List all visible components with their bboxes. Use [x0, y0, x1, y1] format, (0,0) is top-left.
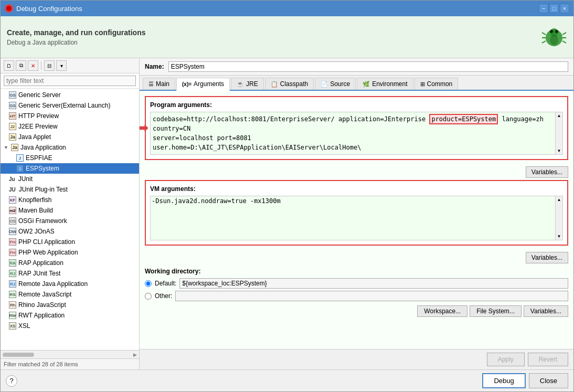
rap-junit-icon: RJ: [9, 270, 16, 277]
vm-scroll-down: ▼: [557, 234, 561, 239]
filter-button[interactable]: ▾: [56, 60, 67, 71]
maximize-button[interactable]: □: [549, 4, 559, 13]
program-args-label: Program arguments:: [150, 101, 563, 109]
svg-point-9: [550, 30, 553, 33]
sidebar-item-maven[interactable]: m2 Maven Build: [1, 205, 139, 216]
tab-classpath[interactable]: 📋 Classpath: [265, 78, 314, 90]
default-radio[interactable]: [145, 280, 152, 287]
textarea-scrollbar[interactable]: ▲ ▼: [555, 112, 562, 154]
common-tab-icon: ⊞: [420, 81, 425, 88]
scroll-down-arrow: ▼: [557, 149, 561, 153]
name-label: Name:: [145, 63, 164, 70]
bug-icon: [541, 23, 567, 51]
sidebar-list: GS Generic Server GS Generic Server(Exte…: [1, 89, 139, 350]
sidebar-item-espfiae[interactable]: J ESPFIAE: [1, 153, 139, 163]
default-radio-label: Default:: [155, 280, 176, 287]
sidebar-item-espsystem[interactable]: J ESPSystem: [1, 163, 139, 174]
sidebar-item-knopflerfish[interactable]: KF Knopflerfish: [1, 195, 139, 205]
tab-classpath-label: Classpath: [280, 80, 308, 88]
sidebar-item-http-preview[interactable]: HT HTTP Preview: [1, 111, 139, 121]
help-button[interactable]: ?: [6, 375, 17, 387]
minimize-button[interactable]: −: [539, 4, 548, 13]
sidebar-item-rap-application[interactable]: RA RAP Application: [1, 258, 139, 268]
svg-line-5: [542, 41, 546, 43]
tab-jre[interactable]: ☕ JRE: [231, 78, 264, 90]
sidebar: 🗋 ⧉ ✕ ⊟ ▾ GS Generic Server GS Generi: [1, 58, 140, 369]
xsl-icon: XS: [9, 322, 16, 330]
tab-main[interactable]: ☰ Main: [143, 78, 175, 90]
classpath-tab-icon: 📋: [271, 81, 278, 88]
sidebar-item-generic-server[interactable]: GS Generic Server: [1, 90, 139, 100]
sidebar-item-junit-plugin[interactable]: JU JUnit Plug-in Test: [1, 184, 139, 195]
java-applet-icon: Ja: [9, 133, 16, 141]
debug-button[interactable]: Debug: [482, 373, 525, 388]
sidebar-item-remote-js[interactable]: RS Remote JavaScript: [1, 289, 139, 300]
program-args-section: ➡ Program arguments: codebase=http://loc…: [145, 96, 568, 160]
tab-environment-label: Environment: [372, 80, 407, 88]
sidebar-item-label: RAP Application: [18, 259, 63, 267]
sidebar-toolbar: 🗋 ⧉ ✕ ⊟ ▾: [1, 58, 139, 73]
other-radio[interactable]: [145, 293, 152, 300]
sidebar-item-label: PHP CLI Application: [18, 238, 75, 246]
sidebar-item-label: PHP Web Application: [18, 249, 78, 256]
tab-arguments[interactable]: (x)= Arguments: [176, 78, 230, 91]
sidebar-item-rhino[interactable]: Rh Rhino JavaScript: [1, 300, 139, 310]
tab-common[interactable]: ⊞ Common: [414, 78, 459, 90]
close-button[interactable]: ×: [560, 4, 569, 13]
php-cli-icon: PH: [9, 238, 16, 246]
sidebar-item-junit[interactable]: Ju JUnit: [1, 174, 139, 184]
revert-button[interactable]: Revert: [528, 353, 568, 366]
scroll-right-arrow[interactable]: ▶: [133, 352, 137, 357]
sidebar-item-rwt[interactable]: RW RWT Application: [1, 310, 139, 321]
dialog-action-buttons: Debug Close: [482, 373, 568, 388]
delete-config-button[interactable]: ✕: [28, 60, 38, 71]
name-input[interactable]: [168, 61, 568, 72]
sidebar-item-xsl[interactable]: XS XSL: [1, 321, 139, 331]
search-input[interactable]: [4, 76, 136, 86]
window-title: Debug Configurations: [16, 5, 82, 13]
tabs-bar: ☰ Main (x)= Arguments ☕ JRE 📋 Classpath …: [140, 76, 573, 91]
sidebar-item-java-application-group[interactable]: ▼ Ja Java Application: [1, 142, 139, 153]
sidebar-item-java-applet[interactable]: Ja Java Applet: [1, 132, 139, 142]
new-config-button[interactable]: 🗋: [4, 60, 14, 71]
source-tab-icon: 📄: [321, 81, 328, 88]
sidebar-scrollbar[interactable]: ▶: [1, 350, 139, 358]
program-args-variables-button[interactable]: Variables...: [526, 166, 568, 178]
tab-common-label: Common: [427, 80, 453, 88]
duplicate-config-button[interactable]: ⧉: [16, 60, 26, 71]
sidebar-item-generic-server-ext[interactable]: GS Generic Server(External Launch): [1, 100, 139, 111]
espsystem-icon: J: [16, 165, 24, 172]
sidebar-item-rap-junit[interactable]: RJ RAP JUnit Test: [1, 268, 139, 279]
vm-scrollbar[interactable]: ▲ ▼: [555, 196, 562, 240]
directory-buttons: Workspace... File System... Variables...: [145, 305, 568, 317]
window-icon: [5, 4, 13, 13]
dir-variables-button[interactable]: Variables...: [524, 305, 568, 317]
sidebar-item-j2ee-preview[interactable]: J2 J2EE Preview: [1, 121, 139, 132]
rwt-icon: RW: [9, 312, 16, 319]
jonas-icon: OW: [9, 228, 16, 235]
sidebar-item-ow2jonas[interactable]: OW OW2 JOnAS: [1, 226, 139, 237]
sidebar-item-label: XSL: [18, 322, 30, 330]
sidebar-item-label: Knopflerfish: [18, 196, 51, 204]
other-directory-input[interactable]: [175, 291, 568, 301]
sidebar-item-remote-java[interactable]: RJ Remote Java Application: [1, 279, 139, 289]
vm-args-variables-button[interactable]: Variables...: [526, 252, 568, 263]
program-args-vars-row: Variables...: [145, 166, 568, 178]
header-subtitle: Debug a Java application: [7, 39, 146, 46]
workspace-button[interactable]: Workspace...: [417, 305, 467, 317]
sidebar-item-php-web[interactable]: PH PHP Web Application: [1, 247, 139, 258]
vm-args-textarea[interactable]: -Dsun.java2d.noddraw=true -mx1300m: [151, 196, 562, 238]
apply-button[interactable]: Apply: [487, 353, 525, 366]
sidebar-footer: Filter matched 28 of 28 items: [1, 358, 139, 369]
knopf-icon: KF: [9, 196, 16, 204]
sidebar-item-osgi[interactable]: OS OSGi Framework: [1, 216, 139, 226]
svg-line-8: [562, 41, 566, 43]
default-directory-input[interactable]: [179, 278, 568, 289]
svg-point-10: [555, 30, 558, 33]
file-system-button[interactable]: File System...: [470, 305, 522, 317]
collapse-button[interactable]: ⊟: [44, 60, 55, 71]
sidebar-item-php-cli[interactable]: PH PHP CLI Application: [1, 237, 139, 247]
tab-environment[interactable]: 🌿 Environment: [357, 78, 413, 90]
dialog-close-button[interactable]: Close: [529, 373, 568, 388]
tab-source[interactable]: 📄 Source: [315, 78, 356, 90]
